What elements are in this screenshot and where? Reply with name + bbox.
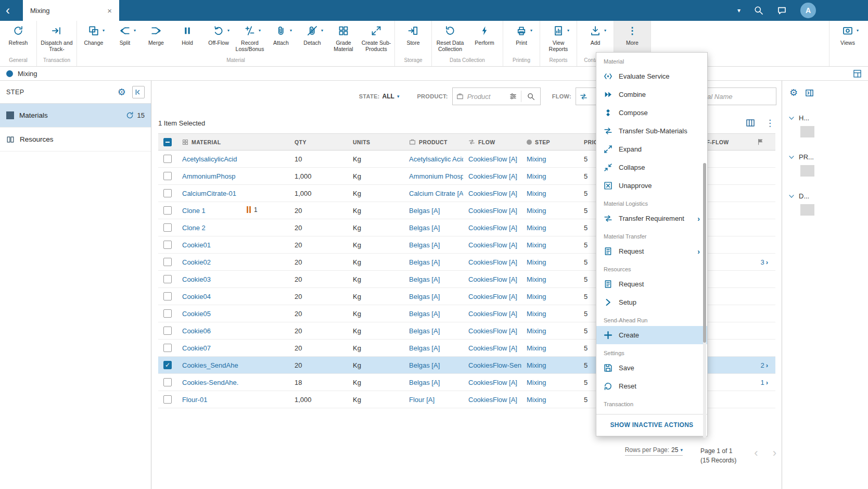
avatar[interactable]: A [800,3,816,18]
product-link[interactable]: Belgas [A] [409,379,440,386]
flow-link[interactable]: CookiesFlow [A] [468,241,517,249]
menu-item-create[interactable]: Create [596,326,707,344]
store-button[interactable]: Store [396,21,430,57]
step-link[interactable]: Mixing [527,172,546,180]
search-icon[interactable] [754,6,763,15]
row-checkbox[interactable] [163,344,172,352]
row-checkbox[interactable] [163,258,172,266]
step-link[interactable]: Mixing [527,275,546,283]
row-checkbox[interactable] [163,189,172,197]
menu-item-compose[interactable]: Compose [596,104,707,122]
split-button[interactable]: ▾ Split [109,21,141,57]
row-checkbox[interactable] [163,275,172,283]
flow-link[interactable]: CookiesFlow [A] [468,344,517,352]
print-button[interactable]: ▾ Print [504,21,539,57]
step-link[interactable]: Mixing [527,241,546,249]
menu-item-evaluate-service[interactable]: Evaluate Service [596,67,707,85]
product-link[interactable]: Belgas [A] [409,224,440,232]
row-checkbox[interactable] [163,395,172,404]
column-header-flow[interactable]: FLOW [463,139,521,145]
grade-material-button[interactable]: Grade Material [328,21,359,57]
hold-button[interactable]: Hold [172,21,203,57]
flow-link[interactable]: CookiesFlow [A] [468,258,517,266]
menu-item-save[interactable]: Save [596,359,707,377]
step-link[interactable]: Mixing [527,361,546,369]
rows-per-page-select[interactable]: Rows per Page: 25 ▾ [625,446,683,456]
product-link[interactable]: Calcium Citrate [A] [409,190,463,197]
flow-link[interactable]: CookiesFlow [A] [468,379,517,386]
product-input[interactable] [467,93,506,101]
material-link[interactable]: AmmoniumPhosp [182,172,236,180]
menu-item-expand[interactable]: Expand [596,140,707,158]
material-link[interactable]: AcetylsalicylicAcid [182,155,237,163]
material-link[interactable]: Cookies_SendAhe [182,361,238,369]
step-settings-gear-icon[interactable]: ⚙ [118,86,126,98]
change-button[interactable]: ▾ Change [78,21,109,57]
perform-button[interactable]: Perform [467,21,502,57]
filter-sliders-icon[interactable] [509,93,517,100]
step-link[interactable]: Mixing [527,190,546,197]
views-button[interactable]: ▾ Views [831,21,865,57]
row-checkbox[interactable] [163,172,172,180]
materials-refresh-icon[interactable] [126,111,134,119]
flow-link[interactable]: CookiesFlow [A] [468,275,517,283]
row-checkbox[interactable] [163,206,172,215]
row-checkbox[interactable] [163,241,172,249]
product-link[interactable]: Flour [A] [409,396,435,404]
step-link[interactable]: Mixing [527,396,546,404]
material-link[interactable]: Cookie04 [182,293,211,300]
next-page-icon[interactable]: › [773,447,776,459]
tab-close-icon[interactable]: × [107,6,112,15]
row-checkbox[interactable] [163,292,172,300]
flow-link[interactable]: CookiesFlow [A] [468,207,517,215]
product-link[interactable]: Belgas [A] [409,361,440,369]
menu-item-request-resources[interactable]: Request [596,275,707,293]
menu-item-reset[interactable]: Reset [596,377,707,395]
step-link[interactable]: Mixing [527,207,546,215]
row-checkbox[interactable] [163,378,172,386]
product-link[interactable]: Belgas [A] [409,241,440,249]
menu-item-transfer-sub-materials[interactable]: Transfer Sub-Materials [596,122,707,140]
column-header-step[interactable]: STEP [521,139,579,145]
material-link[interactable]: Cookies-SendAhe. [182,379,238,386]
product-link[interactable]: Belgas [A] [409,207,440,215]
product-link[interactable]: Belgas [A] [409,310,440,318]
material-link[interactable]: Flour-01 [182,396,207,404]
material-link[interactable]: Cookie01 [182,241,211,249]
product-link[interactable]: Belgas [A] [409,293,440,300]
attach-button[interactable]: ▾ Attach [265,21,297,57]
material-link[interactable]: Cookie05 [182,310,211,318]
sidebar-item-resources[interactable]: Resources [0,128,151,152]
column-header-product[interactable]: PRODUCT [404,139,463,145]
product-link[interactable]: Belgas [A] [409,344,440,352]
right-panel-section-2[interactable]: PR... [782,153,868,161]
material-link[interactable]: Cookie02 [182,258,211,266]
back-chevron-icon[interactable]: ‹ [0,0,16,21]
flow-link[interactable]: CookiesFlow [A] [468,155,517,163]
step-link[interactable]: Mixing [527,379,546,386]
layout-grid-icon[interactable] [853,69,862,78]
column-header-qty[interactable]: QTY [289,139,348,145]
product-link[interactable]: Belgas [A] [409,275,440,283]
product-link[interactable]: Ammonium Phosp [409,172,463,180]
detach-button[interactable]: ▾ Detach [297,21,328,57]
step-link[interactable]: Mixing [527,293,546,300]
row-checkbox[interactable] [163,309,172,318]
create-sub-products-button[interactable]: Create Sub-Products [359,21,393,57]
row-checkbox[interactable] [163,327,172,335]
refresh-button[interactable]: Refresh [1,21,35,57]
material-link[interactable]: Cookie06 [182,327,211,335]
step-link[interactable]: Mixing [527,344,546,352]
step-link[interactable]: Mixing [527,258,546,266]
menu-item-combine[interactable]: Combine [596,85,707,104]
right-panel-expand-icon[interactable] [805,89,814,97]
record-loss-bonus-button[interactable]: ▾ Record Loss/Bonus [234,21,265,57]
flow-link[interactable]: CookiesFlow [A] [468,224,517,232]
step-link[interactable]: Mixing [527,327,546,335]
material-link[interactable]: Clone 2 [182,224,206,232]
menu-item-unapprove[interactable]: Unapprove [596,177,707,195]
flow-link[interactable]: CookiesFlow [A] [468,293,517,300]
step-link[interactable]: Mixing [527,224,546,232]
dispatch-and-track-button[interactable]: Dispatch and Track- [38,21,75,57]
state-filter[interactable]: STATE: ALL ▾ [359,93,400,100]
